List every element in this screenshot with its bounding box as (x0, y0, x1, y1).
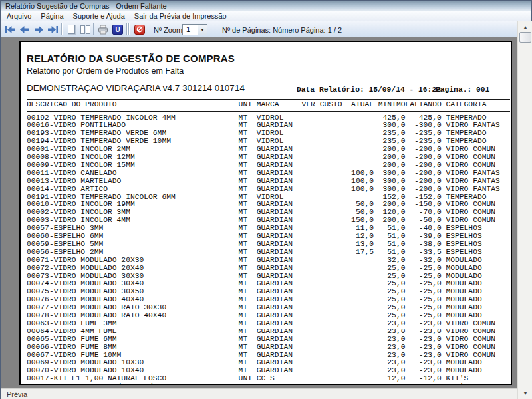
arrow-down-icon: ▼ (523, 391, 528, 396)
print-icon (98, 25, 108, 35)
toolbar-separator (128, 23, 130, 35)
report-row: 00059-ESPELHO 5MM MT GUARDIAN 13,0 51,0 … (27, 241, 482, 249)
report-table: 00192-VIDRO TEMPERADO INCOLOR 4MM MT VID… (27, 42, 512, 384)
report-row: 00056-ESPELHO 2MM MT GUARDIAN 17,5 51,0 … (27, 249, 482, 257)
toolbar-separator (61, 23, 63, 35)
report-row: 00018-KIT 1,00 PRETO/BRONZE/BRANCO UNI C… (27, 383, 468, 385)
toolbar-separator (126, 23, 128, 35)
last-page-icon (47, 25, 59, 34)
report-row: 00063-VIDRO FUME 3MM MT GUARDIAN 23,0 -2… (27, 320, 495, 328)
toolbar-separator (93, 23, 94, 35)
setup-icon: U (112, 25, 123, 35)
report-row: 00013-VIDRO MARTELADO MT GUARDIAN 100,0 … (27, 178, 500, 186)
arrow-up-icon: ▲ (523, 25, 528, 29)
report-row: 00064-VIDRO 4MM FUME MT GUARDIAN 23,0 -2… (27, 328, 495, 336)
report-row: 00009-VIDRO INCOLOR 15MM MT GUARDIAN 200… (27, 162, 495, 170)
first-page-icon (5, 25, 16, 34)
report-row: 00011-VIDRO CANELADO MT GUARDIAN 100,0 3… (27, 170, 500, 178)
report-row: 00014-VIDRO ARTICO MT GUARDIAN 100,0 300… (27, 186, 500, 194)
vertical-scrollbar[interactable]: ▲ ▼ (517, 21, 532, 399)
menu-item-sair-da-pr-via-de-impress-o[interactable]: Sair da Prévia de Impressão (130, 11, 231, 21)
report-row: 00065-VIDRO FUME 6MM MT GUARDIAN 23,0 -2… (27, 336, 495, 344)
chevron-down-icon[interactable]: ▼ (198, 25, 207, 35)
status-bar: Prévia (1, 388, 517, 399)
zoom-combobox[interactable]: 1 ▼ (182, 24, 207, 35)
menu-item-p-gina[interactable]: Página (36, 11, 68, 21)
setup-button[interactable]: U (111, 23, 124, 35)
menu-bar: ArquivoPáginaSuporte e AjudaSair da Prév… (1, 11, 531, 21)
menu-item-suporte-e-ajuda[interactable]: Suporte e Ajuda (68, 11, 130, 21)
report-row: 00071-VIDRO MODULADO 20X30 MT GUARDIAN 3… (27, 257, 482, 265)
title-bar: Relatório Sugestão de Compras - Ordem Fa… (1, 1, 531, 11)
menu-item-arquivo[interactable]: Arquivo (2, 11, 36, 21)
first-page-button[interactable] (3, 23, 17, 35)
next-page-button[interactable] (32, 23, 45, 35)
last-page-button[interactable] (46, 23, 59, 35)
report-page: RELATÓRIO DA SUGESTÃO DE COMPRAS Relatór… (19, 41, 512, 385)
scroll-up-button[interactable]: ▲ (519, 22, 531, 31)
previous-page-button[interactable] (17, 23, 31, 35)
two-page-view-icon (80, 25, 90, 34)
previous-page-icon (19, 25, 29, 34)
app-window: Relatório Sugestão de Compras - Ordem Fa… (0, 0, 532, 399)
scrollbar-thumb[interactable] (519, 32, 531, 43)
exit-icon (134, 25, 145, 35)
scroll-down-button[interactable]: ▼ (519, 388, 531, 398)
two-page-view-button[interactable] (78, 23, 92, 35)
next-page-icon (34, 25, 44, 34)
toolbar: U Nº Zoom 1 ▼ Nº de Páginas: Número Pági… (1, 21, 531, 37)
status-text: Prévia (7, 390, 27, 398)
window-title: Relatório Sugestão de Compras - Ordem Fa… (5, 2, 167, 10)
preview-viewport[interactable]: RELATÓRIO DA SUGESTÃO DE COMPRAS Relatór… (1, 37, 517, 388)
print-button[interactable] (96, 23, 110, 35)
one-page-view-icon (68, 25, 75, 34)
pages-info: Nº de Páginas: Número Página: 1 / 2 (222, 26, 342, 34)
one-page-view-button[interactable] (65, 23, 78, 35)
exit-preview-button[interactable] (133, 23, 146, 35)
zoom-label: Nº Zoom (154, 26, 182, 34)
zoom-value: 1 (183, 25, 198, 35)
report-row: 00072-VIDRO MODULADO 20X40 MT GUARDIAN 2… (27, 265, 482, 273)
report-row: 00066-VIDRO FUME 8MM MT GUARDIAN 23,0 -2… (27, 344, 495, 352)
